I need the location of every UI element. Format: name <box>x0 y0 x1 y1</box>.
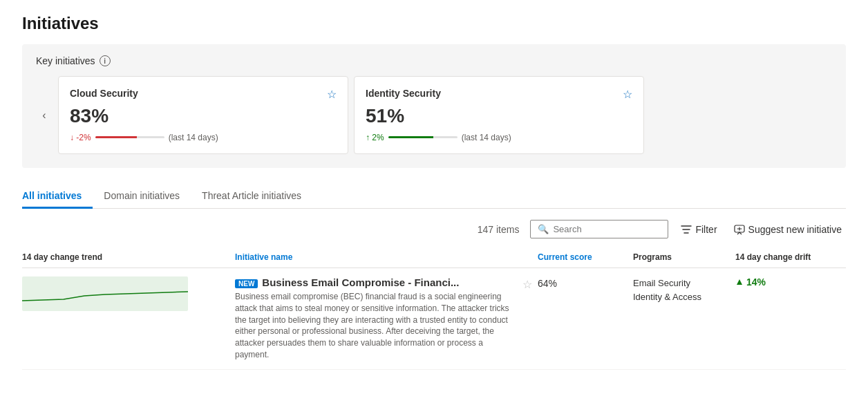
programs-col-header: Programs <box>633 252 730 262</box>
initiative-title[interactable]: NEWBusiness Email Compromise - Financi..… <box>235 276 518 288</box>
score-cell: 64% <box>538 276 628 289</box>
initiatives-table: 14 day change trend Initiative name Curr… <box>22 247 846 370</box>
page-title: Initiatives <box>22 14 846 33</box>
trend-bar <box>95 133 164 142</box>
key-initiatives-header: Key initiatives i <box>36 55 832 66</box>
star-icon[interactable]: ☆ <box>623 88 632 101</box>
cloud-security-card: Cloud Security ☆ 83% ↓ -2% (last 14 days… <box>58 76 348 154</box>
suggest-label: Suggest new initiative <box>748 224 842 235</box>
table-row: NEWBusiness Email Compromise - Financi..… <box>22 268 846 370</box>
initiatives-page: Initiatives Key initiatives i ‹ Cloud Se… <box>0 0 868 384</box>
card-name: Cloud Security <box>70 88 138 99</box>
table-header: 14 day change trend Initiative name Curr… <box>22 247 846 268</box>
toolbar: 147 items 🔍 Filter Suggest new initiativ… <box>22 220 846 238</box>
key-initiatives-section: Key initiatives i ‹ Cloud Security ☆ 83%… <box>22 44 846 168</box>
card-header: Identity Security ☆ <box>366 88 632 101</box>
search-box[interactable]: 🔍 <box>530 220 668 238</box>
score-col-header: Current score <box>538 252 628 262</box>
programs-cell: Email Security Identity & Access <box>633 276 730 303</box>
trend-indicator: ↓ -2% <box>70 133 91 142</box>
card-score: 83% <box>70 105 337 127</box>
svg-rect-1 <box>22 276 188 311</box>
program-line-2: Identity & Access <box>633 290 730 304</box>
trend-chart-cell <box>22 276 229 311</box>
initiative-name-cell: NEWBusiness Email Compromise - Financi..… <box>235 276 532 361</box>
suggest-icon <box>734 224 745 235</box>
card-trend: ↓ -2% (last 14 days) <box>70 133 337 142</box>
star-icon[interactable]: ☆ <box>327 88 337 101</box>
program-line-1: Email Security <box>633 276 730 290</box>
filter-label: Filter <box>695 224 717 235</box>
tab-threat-article-initiatives[interactable]: Threat Article initiatives <box>191 185 312 209</box>
card-header: Cloud Security ☆ <box>70 88 337 101</box>
tab-domain-initiatives[interactable]: Domain initiatives <box>93 185 191 209</box>
card-name: Identity Security <box>366 88 441 99</box>
items-count: 147 items <box>478 224 520 235</box>
identity-security-card: Identity Security ☆ 51% ↑ 2% (last 14 da… <box>354 76 644 154</box>
cards-row: ‹ Cloud Security ☆ 83% ↓ -2% (last 14 da… <box>36 76 832 154</box>
card-trend: ↑ 2% (last 14 days) <box>366 133 632 142</box>
tabs-row: All initiatives Domain initiatives Threa… <box>22 185 846 209</box>
trend-label: (last 14 days) <box>462 133 511 142</box>
drift-up-icon <box>735 278 744 286</box>
tab-all-initiatives[interactable]: All initiatives <box>22 185 93 209</box>
trend-chart <box>22 276 188 311</box>
search-icon: 🔍 <box>538 224 549 234</box>
key-initiatives-label: Key initiatives <box>36 55 95 66</box>
filter-button[interactable]: Filter <box>677 221 721 238</box>
name-col-header: Initiative name <box>235 252 532 262</box>
prev-arrow[interactable]: ‹ <box>36 107 53 124</box>
filter-icon <box>681 224 692 235</box>
drift-col-header: 14 day change drift <box>735 252 846 262</box>
card-score: 51% <box>366 105 632 127</box>
new-badge: NEW <box>235 279 258 288</box>
info-icon[interactable]: i <box>100 55 111 66</box>
trend-bar <box>388 133 457 142</box>
trend-col-header: 14 day change trend <box>22 252 229 262</box>
trend-label: (last 14 days) <box>169 133 218 142</box>
initiative-content: NEWBusiness Email Compromise - Financi..… <box>235 276 518 361</box>
suggest-button[interactable]: Suggest new initiative <box>730 221 846 238</box>
drift-value: 14% <box>746 276 766 288</box>
search-input[interactable] <box>553 224 661 234</box>
name-star-row: NEWBusiness Email Compromise - Financi..… <box>235 276 532 361</box>
drift-cell: 14% <box>735 276 846 288</box>
initiative-desc: Business email compromise (BEC) financia… <box>235 291 518 361</box>
trend-indicator: ↑ 2% <box>366 133 384 142</box>
row-star-icon[interactable]: ☆ <box>522 276 532 291</box>
